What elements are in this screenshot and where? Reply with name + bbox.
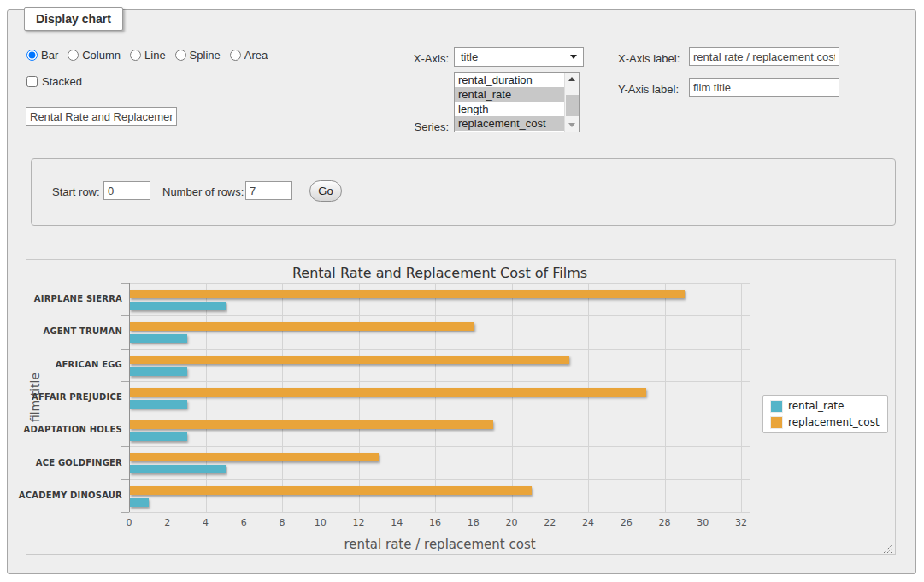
scrollbar-thumb[interactable] [566, 95, 579, 116]
chart-legend: rental_ratereplacement_cost [762, 395, 888, 433]
category-label: AFRICAN EGG [9, 360, 122, 369]
resize-handle-icon[interactable] [882, 541, 893, 552]
x-tick-label: 14 [380, 517, 414, 528]
chart-type-radio-spline[interactable] [175, 50, 186, 61]
bar-rental_rate [130, 334, 187, 343]
y-gridline [129, 479, 750, 480]
y-gridline [129, 315, 750, 316]
x-tick-label: 28 [648, 517, 682, 528]
x-gridline [588, 283, 589, 512]
num-rows-input[interactable] [245, 181, 292, 200]
bar-rental_rate [130, 400, 187, 409]
legend-item-replacement_cost[interactable]: replacement_cost [771, 416, 880, 428]
x-gridline [321, 283, 321, 512]
x-axis-select[interactable]: title [454, 47, 584, 67]
category-label: ACADEMY DINOSAUR [9, 491, 122, 500]
row-range-panel: Start row: Number of rows: Go [31, 158, 896, 226]
panel-title: Display chart [24, 7, 123, 31]
series-option-rental_rate[interactable]: rental_rate [455, 87, 564, 102]
x-tick-label: 18 [456, 517, 491, 528]
stacked-checkbox-row[interactable]: Stacked [26, 75, 82, 88]
series-scrollbar[interactable] [564, 73, 579, 132]
series-options: rental_durationrental_ratelengthreplacem… [455, 73, 564, 132]
legend-label: rental_rate [788, 400, 844, 412]
y-axis-tick [121, 446, 129, 447]
chart-type-option-line[interactable]: Line [130, 49, 166, 62]
chart-title-input[interactable] [26, 107, 177, 126]
chart-type-label: Line [144, 49, 166, 62]
chart-type-radio-bar[interactable] [26, 50, 38, 61]
chart-type-label: Spline [190, 49, 221, 62]
legend-label: replacement_cost [788, 416, 880, 428]
x-gridline [435, 283, 436, 512]
chart-type-option-column[interactable]: Column [68, 49, 121, 62]
y-gridline [129, 512, 750, 513]
x-tick-label: 24 [571, 517, 605, 528]
num-rows-label: Number of rows: [162, 185, 244, 198]
y-axis-line [129, 283, 130, 512]
x-tick-label: 20 [495, 517, 529, 528]
y-gridline [129, 381, 750, 382]
x-gridline [741, 283, 742, 512]
arrow-up-icon [568, 77, 575, 81]
scroll-down-button[interactable] [565, 119, 579, 132]
x-axis-select-label: X-Axis: [376, 52, 449, 65]
x-gridline [627, 283, 627, 512]
chart-type-label: Bar [41, 49, 58, 62]
go-button[interactable]: Go [309, 180, 342, 202]
x-axis-label-input[interactable] [689, 47, 839, 66]
x-gridline [282, 283, 283, 512]
x-tick-label: 4 [189, 517, 223, 528]
series-multiselect[interactable]: rental_durationrental_ratelengthreplacem… [454, 72, 580, 132]
y-gridline [129, 414, 750, 414]
x-tick-label: 30 [686, 517, 720, 528]
legend-swatch [771, 401, 782, 412]
chart-type-radio-line[interactable] [130, 50, 141, 61]
stacked-label: Stacked [42, 75, 82, 88]
y-axis-label-caption: Y-Axis label: [618, 83, 679, 96]
x-gridline [244, 283, 244, 512]
y-axis-tick [121, 349, 129, 350]
chart-title: Rental Rate and Replacement Cost of Film… [129, 265, 750, 281]
plot-area: 02468101214161820222426283032AIRPLANE SI… [129, 283, 750, 512]
start-row-input[interactable] [103, 181, 150, 200]
x-axis-title: rental rate / replacement cost [129, 537, 750, 552]
x-tick-label: 2 [150, 517, 185, 528]
category-label: AIRPLANE SIERRA [9, 294, 122, 303]
y-axis-tick [121, 381, 129, 382]
x-axis-selected-value: title [461, 50, 478, 63]
category-label: ADAPTATION HOLES [9, 425, 122, 434]
y-gridline [129, 349, 750, 350]
x-gridline [206, 283, 207, 512]
bar-replacement_cost [130, 486, 532, 495]
bar-replacement_cost [130, 453, 379, 461]
chart-type-option-spline[interactable]: Spline [175, 49, 221, 62]
series-option-rental_duration[interactable]: rental_duration [455, 73, 564, 87]
chart-type-radio-area[interactable] [230, 50, 241, 61]
x-tick-label: 0 [112, 517, 146, 528]
category-label: AFFAIR PREJUDICE [9, 392, 122, 402]
series-option-replacement_cost[interactable]: replacement_cost [455, 116, 564, 131]
chart-container: Rental Rate and Replacement Cost of Film… [26, 259, 896, 555]
chart-type-radio-group: BarColumnLineSplineArea [26, 49, 268, 62]
chevron-down-icon [570, 55, 577, 59]
y-axis-label-input[interactable] [689, 78, 839, 97]
chart-type-radio-column[interactable] [68, 50, 79, 61]
x-gridline [359, 283, 360, 512]
y-gridline [129, 283, 750, 284]
bar-rental_rate [130, 302, 226, 310]
legend-item-rental_rate[interactable]: rental_rate [771, 400, 880, 412]
chart-type-option-area[interactable]: Area [230, 49, 268, 62]
stacked-checkbox[interactable] [26, 76, 38, 87]
legend-swatch [771, 417, 782, 428]
chart-type-option-bar[interactable]: Bar [26, 49, 58, 62]
series-list-label: Series: [376, 121, 449, 133]
bar-rental_rate [130, 465, 226, 473]
x-gridline [665, 283, 666, 512]
series-option-length[interactable]: length [455, 102, 564, 116]
x-tick-label: 10 [303, 517, 338, 528]
x-gridline [703, 283, 703, 512]
x-tick-label: 8 [265, 517, 299, 528]
scroll-up-button[interactable] [565, 73, 579, 85]
x-gridline [512, 283, 513, 512]
